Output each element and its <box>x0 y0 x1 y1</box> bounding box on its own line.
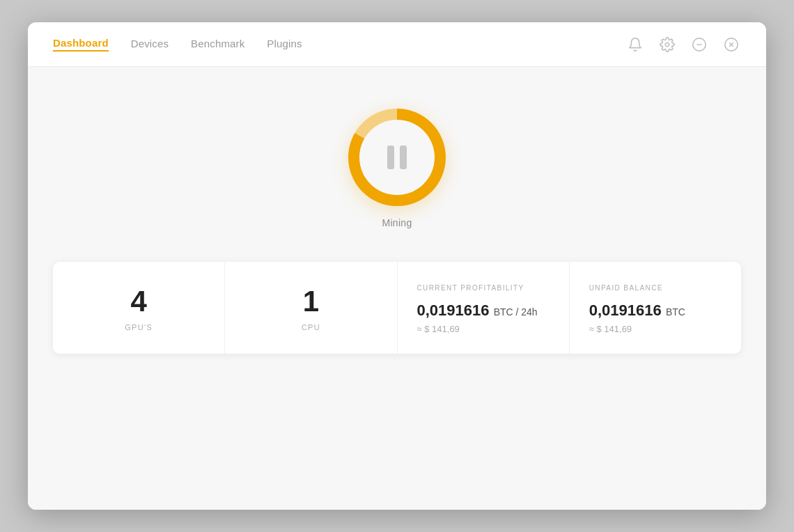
mining-toggle-button[interactable] <box>348 109 446 206</box>
mining-status-label: Mining <box>382 217 412 228</box>
stat-cpu: 1 CPU <box>225 262 397 354</box>
nav-items: Dashboard Devices Benchmark Plugins <box>53 37 302 52</box>
close-icon[interactable] <box>722 35 741 54</box>
stat-balance: UNPAID BALANCE 0,0191616 BTC ≈ $ 141,69 <box>570 262 741 354</box>
nav-devices[interactable]: Devices <box>131 38 169 51</box>
balance-btc: 0,0191616 BTC <box>589 302 685 320</box>
nav-dashboard[interactable]: Dashboard <box>53 37 109 52</box>
mining-section: Mining <box>348 109 446 228</box>
cpu-value: 1 <box>303 287 319 316</box>
pause-bar-right <box>400 146 407 169</box>
nav-plugins[interactable]: Plugins <box>267 38 302 51</box>
nav-controls <box>625 35 741 54</box>
stats-row: 4 GPU'S 1 CPU CURRENT PROFITABILITY 0,01… <box>53 262 741 354</box>
bell-icon[interactable] <box>625 35 645 54</box>
minimize-icon[interactable] <box>690 35 709 54</box>
pause-icon <box>387 146 407 169</box>
gpus-value: 4 <box>130 287 146 316</box>
mining-btn-inner <box>359 120 435 195</box>
nav-benchmark[interactable]: Benchmark <box>191 38 244 51</box>
balance-usd: ≈ $ 141,69 <box>589 324 632 334</box>
settings-icon[interactable] <box>657 35 677 54</box>
balance-title: UNPAID BALANCE <box>589 284 663 292</box>
svg-point-0 <box>665 42 669 47</box>
stat-profitability: CURRENT PROFITABILITY 0,0191616 BTC / 24… <box>398 262 570 354</box>
pause-bar-left <box>387 146 394 169</box>
main-content: Mining 4 GPU'S 1 CPU CURRENT PROFITABILI… <box>28 67 766 510</box>
app-window: Dashboard Devices Benchmark Plugins <box>28 22 766 510</box>
profitability-usd: ≈ $ 141,69 <box>417 324 460 334</box>
bottom-partial <box>53 365 741 387</box>
profitability-title: CURRENT PROFITABILITY <box>417 284 524 292</box>
gpus-label: GPU'S <box>125 323 153 331</box>
cpu-label: CPU <box>302 323 320 331</box>
nav-bar: Dashboard Devices Benchmark Plugins <box>28 22 766 67</box>
profitability-btc: 0,0191616 BTC / 24h <box>417 302 538 320</box>
stat-gpus: 4 GPU'S <box>53 262 225 354</box>
